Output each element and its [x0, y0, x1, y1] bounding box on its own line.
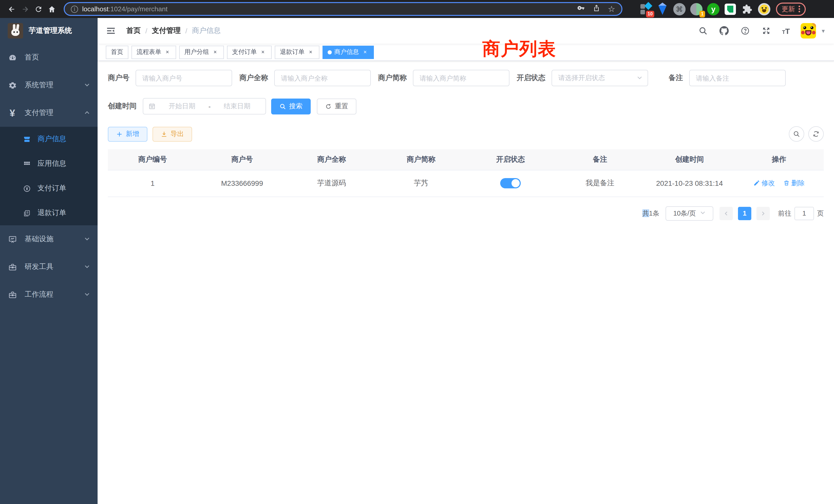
help-icon[interactable] — [740, 26, 750, 36]
monitor-icon — [8, 234, 17, 244]
calendar-icon — [148, 102, 156, 110]
search-button[interactable]: 搜索 — [271, 98, 311, 114]
forward-icon[interactable] — [19, 2, 32, 16]
breadcrumb-pay[interactable]: 支付管理 — [152, 26, 181, 36]
merchant-name-label: 商户全称 — [239, 73, 274, 83]
close-icon[interactable]: × — [164, 48, 171, 56]
sidebar-item-label: 商户信息 — [38, 135, 66, 144]
font-size-icon[interactable]: TT — [782, 26, 790, 35]
tasks-badge: 10 — [646, 10, 654, 17]
goto-page-input[interactable] — [794, 207, 814, 220]
status-select[interactable]: 请选择开启状态 — [552, 70, 648, 86]
chevron-down-icon — [637, 73, 642, 83]
timer-extension-icon[interactable]: 1 — [690, 2, 703, 16]
export-button[interactable]: 导出 — [153, 127, 192, 141]
sidebar-item-app-info[interactable]: 应用信息 — [0, 152, 97, 176]
table-header-row: 商户编号 商户号 商户全称 商户简称 开启状态 备注 创建时间 操作 — [108, 150, 824, 170]
app-title: 芋道管理系统 — [29, 26, 72, 36]
page-size-select[interactable]: 10条/页 — [665, 206, 713, 221]
merchant-name-input[interactable] — [274, 70, 371, 86]
sidebar-menu: 首页 系统管理 ¥ 支付管理 — [0, 44, 97, 504]
merchant-status-toggle[interactable] — [500, 178, 521, 188]
app-logo[interactable]: 芋道管理系统 — [0, 18, 97, 44]
page-number-1[interactable]: 1 — [738, 207, 751, 220]
bookmark-star-icon[interactable]: ☆ — [608, 5, 615, 13]
pagination: 共1条 10条/页 1 前往 — [108, 206, 824, 221]
gem-extension-icon[interactable] — [656, 2, 669, 16]
col-merchant-short: 商户简称 — [376, 150, 466, 170]
chevron-down-icon — [84, 291, 90, 299]
goto-page: 前往 页 — [778, 207, 824, 220]
chevron-down-icon — [700, 209, 706, 217]
sidebar-collapse-icon[interactable] — [106, 25, 117, 37]
page: i localhost:1024/pay/merchant ☆ 10 ⌘ 1 y — [0, 0, 834, 504]
chrome-update-button[interactable]: 更新 — [776, 2, 806, 16]
profile-avatar[interactable] — [758, 2, 771, 16]
sidebar-item-merchant-info[interactable]: 商户信息 — [0, 127, 97, 152]
y-extension-icon[interactable]: y — [707, 2, 720, 16]
tab-refund-order[interactable]: 退款订单× — [275, 45, 320, 59]
fullscreen-icon[interactable] — [761, 26, 771, 36]
cell-merchant-short: 芋艿 — [376, 170, 466, 197]
password-key-icon[interactable] — [577, 4, 585, 14]
reload-icon[interactable] — [32, 2, 45, 16]
reset-button[interactable]: 重置 — [317, 98, 356, 114]
cell-create-time: 2021-10-23 08:31:14 — [645, 170, 734, 197]
breadcrumb-home[interactable]: 首页 — [126, 26, 141, 36]
tab-process-form[interactable]: 流程表单× — [131, 45, 176, 59]
toolbox-icon — [8, 290, 17, 299]
col-merchant-id: 商户编号 — [108, 150, 197, 170]
close-icon[interactable]: × — [212, 48, 219, 56]
sidebar-item-pay-order[interactable]: 支付订单 — [0, 176, 97, 201]
notes-extension-icon[interactable] — [724, 2, 737, 16]
add-button[interactable]: 新增 — [108, 127, 147, 141]
tab-merchant-info[interactable]: 商户信息× — [323, 45, 374, 59]
url-text: localhost:1024/pay/merchant — [82, 5, 168, 13]
show-search-toggle-button[interactable] — [789, 126, 804, 142]
sidebar-item-workflow[interactable]: 工作流程 — [0, 281, 97, 308]
refresh-table-button[interactable] — [808, 126, 824, 142]
search-icon[interactable] — [698, 26, 708, 36]
sidebar-item-infrastructure[interactable]: 基础设施 — [0, 225, 97, 253]
command-extension-icon[interactable]: ⌘ — [673, 2, 686, 16]
close-icon[interactable]: × — [259, 48, 266, 56]
tab-pay-order[interactable]: 支付订单× — [227, 45, 272, 59]
tab-home[interactable]: 首页 — [106, 45, 128, 59]
end-date-placeholder[interactable]: 结束日期 — [214, 101, 260, 111]
start-date-placeholder[interactable]: 开始日期 — [159, 101, 205, 111]
edit-link[interactable]: 修改 — [753, 179, 775, 188]
sidebar-item-system[interactable]: 系统管理 — [0, 71, 97, 99]
share-icon[interactable] — [592, 4, 600, 14]
browser-menu-icon[interactable] — [798, 6, 800, 12]
merchant-table: 商户编号 商户号 商户全称 商户简称 开启状态 备注 创建时间 操作 1 — [108, 150, 824, 197]
create-time-range-picker[interactable]: 开始日期 - 结束日期 — [143, 98, 266, 114]
back-icon[interactable] — [5, 2, 19, 16]
sidebar-item-pay[interactable]: ¥ 支付管理 — [0, 99, 97, 127]
extensions-puzzle-icon[interactable] — [741, 2, 754, 16]
col-merchant-name: 商户全称 — [287, 150, 376, 170]
table-toolbar: 新增 导出 — [108, 126, 824, 142]
sidebar-item-refund-order[interactable]: 退款订单 — [0, 201, 97, 225]
sidebar-item-home[interactable]: 首页 — [0, 44, 97, 71]
avatar-caret-icon[interactable]: ▼ — [821, 28, 826, 33]
merchant-short-input[interactable] — [413, 70, 509, 86]
home-icon[interactable] — [45, 2, 59, 16]
close-icon[interactable]: × — [307, 48, 314, 56]
address-bar[interactable]: i localhost:1024/pay/merchant ☆ — [64, 2, 622, 16]
chevron-up-icon — [84, 109, 90, 117]
merchant-short-label: 商户简称 — [378, 73, 413, 83]
merchant-no-input[interactable] — [136, 70, 232, 86]
next-page-button[interactable] — [756, 207, 770, 220]
sidebar-item-dev-tools[interactable]: 研发工具 — [0, 253, 97, 281]
prev-page-button[interactable] — [720, 207, 733, 220]
delete-link[interactable]: 删除 — [783, 179, 805, 188]
remark-input[interactable] — [689, 70, 786, 86]
tab-user-group[interactable]: 用户分组× — [179, 45, 224, 59]
close-icon[interactable]: × — [361, 48, 369, 56]
sidebar-item-label: 退款订单 — [38, 208, 66, 217]
site-info-icon[interactable]: i — [71, 5, 78, 13]
user-avatar[interactable] — [800, 23, 816, 39]
sidebar-item-label: 工作流程 — [25, 290, 53, 299]
tasks-extension-icon[interactable]: 10 — [639, 2, 652, 16]
github-icon[interactable] — [719, 26, 729, 36]
